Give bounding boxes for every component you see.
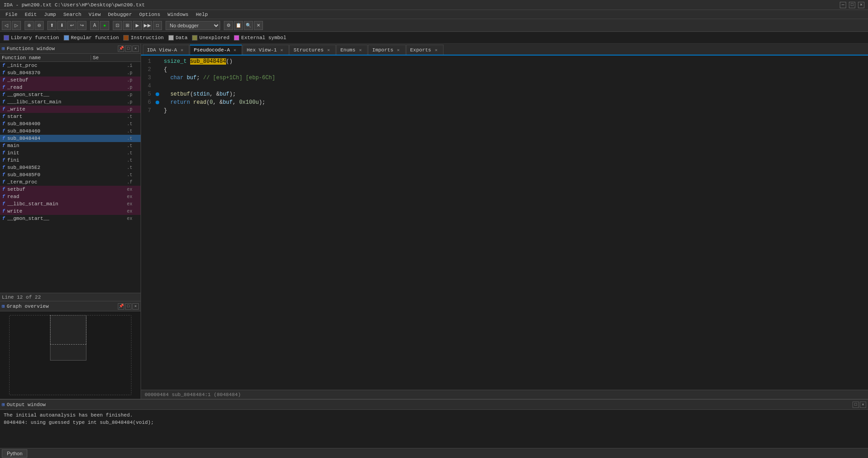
functions-pin-button[interactable]: 📌 [118,46,124,52]
toolbar-btn-16[interactable]: ⚙ [224,21,233,30]
tab-exports[interactable]: Exports✕ [406,45,444,55]
output-controls[interactable]: □ ✕ [853,402,866,408]
python-tab-button[interactable]: Python [2,449,27,458]
tab-close-btn[interactable]: ✕ [232,47,238,53]
function-list-item[interactable]: f sub_8048484 .t [0,135,141,142]
external-color-box [234,35,239,41]
function-list-item[interactable]: f __gmon_start__ .p [0,91,141,98]
toolbar-btn-5[interactable]: ⬆ [47,21,56,30]
left-panel: ⊞ Functions window 📌 □ ✕ Function name S… [0,44,141,399]
tab-imports[interactable]: Imports✕ [368,45,405,55]
tab-close-btn[interactable]: ✕ [357,47,363,53]
tab-close-btn[interactable]: ✕ [179,47,185,53]
function-segment: .p [127,100,141,105]
function-list-item[interactable]: f sub_80485E2 .t [0,164,141,171]
menu-debugger[interactable]: Debugger [104,11,136,18]
legend-external: External symbol [234,35,286,41]
function-list-item[interactable]: f _term_proc .f [0,178,141,186]
function-list-item[interactable]: f _init_proc .i [0,62,141,69]
menu-options[interactable]: Options [136,11,164,18]
toolbar-btn-3[interactable]: ⊕ [25,21,34,30]
minimize-button[interactable]: — [840,2,846,8]
menu-edit[interactable]: Edit [21,11,40,18]
toolbar-btn-10[interactable]: ● [100,21,109,30]
maximize-button[interactable]: □ [849,2,855,8]
toolbar-btn-13[interactable]: ▶ [133,21,142,30]
graph-controls[interactable]: 📌 □ ✕ [118,303,139,310]
functions-float-button[interactable]: □ [125,46,131,52]
function-icon: f [0,142,7,149]
function-list-item[interactable]: f setbuf ex [0,186,141,193]
graph-float-button[interactable]: □ [125,303,131,310]
function-list-item[interactable]: f sub_8048370 .p [0,69,141,76]
function-name: __libc_start_main [7,201,127,207]
right-panel: IDA View-A✕Pseudocode-A✕Hex View-1✕Struc… [141,44,868,399]
functions-close-button[interactable]: ✕ [132,46,139,52]
data-label: Data [176,35,187,41]
output-float-button[interactable]: □ [853,402,859,408]
function-list-item[interactable]: f read ex [0,193,141,200]
function-icon: f [0,113,7,120]
function-name: sub_8048460 [7,128,127,134]
tab-pseudocode-a[interactable]: Pseudocode-A✕ [190,45,242,55]
function-list-item[interactable]: f sub_8048460 .t [0,127,141,135]
tab-label: Hex View-1 [247,47,277,53]
toolbar-btn-17[interactable]: 📋 [234,21,243,30]
close-button[interactable]: ✕ [858,2,864,8]
toolbar-btn-14[interactable]: ▶▶ [143,21,152,30]
function-list-item[interactable]: f ___libc_start_main .p [0,98,141,106]
menu-file[interactable]: File [2,11,21,18]
graph-pin-button[interactable]: 📌 [118,303,124,310]
toolbar-btn-1[interactable]: ◁ [2,21,11,30]
toolbar-btn-11[interactable]: ⊡ [113,21,122,30]
function-list-item[interactable]: f _write .p [0,106,141,113]
tab-close-btn[interactable]: ✕ [395,47,402,53]
function-list-item[interactable]: f sub_8048400 .t [0,120,141,127]
function-list-item[interactable]: f _read .p [0,84,141,91]
function-list-item[interactable]: f init .t [0,149,141,157]
output-close-button[interactable]: ✕ [860,402,866,408]
tab-hex-view-1[interactable]: Hex View-1✕ [242,45,289,55]
breakpoint-dot[interactable] [155,101,160,104]
tab-structures[interactable]: Structures✕ [289,45,336,55]
toolbar-btn-6[interactable]: ⬇ [57,21,66,30]
tab-close-btn[interactable]: ✕ [433,47,439,53]
line-number: 3 [141,75,155,81]
window-controls[interactable]: — □ ✕ [840,2,864,8]
function-list-item[interactable]: f __libc_start_main ex [0,200,141,208]
toolbar-btn-4[interactable]: ⊖ [35,21,44,30]
graph-close-button[interactable]: ✕ [132,303,139,310]
menu-jump[interactable]: Jump [40,11,60,18]
functions-window-controls[interactable]: 📌 □ ✕ [118,46,139,52]
function-list-item[interactable]: f main .t [0,142,141,149]
menu-windows[interactable]: Windows [164,11,192,18]
menu-search[interactable]: Search [60,11,85,18]
toolbar-btn-12[interactable]: ⊞ [123,21,132,30]
title-bar: IDA - pwn200.txt C:\Users\HP\Desktop\pwn… [0,0,868,10]
toolbar-btn-19[interactable]: ✕ [254,21,263,30]
function-list-item[interactable]: f sub_80485F0 .t [0,171,141,178]
function-segment: .t [127,151,141,156]
toolbar-btn-18[interactable]: 🔍 [244,21,253,30]
functions-list[interactable]: f _init_proc .i f sub_8048370 .p f _setb… [0,62,141,293]
function-list-item[interactable]: f fini .t [0,157,141,164]
function-list-item[interactable]: f start .t [0,113,141,120]
breakpoint-dot[interactable] [155,92,160,96]
menu-help[interactable]: Help [192,11,211,18]
toolbar-btn-9[interactable]: A [90,21,99,30]
debugger-dropdown[interactable]: No debugger [166,21,220,30]
function-segment: .p [127,71,141,76]
function-list-item[interactable]: f write ex [0,208,141,215]
tab-close-btn[interactable]: ✕ [325,47,332,53]
tab-close-btn[interactable]: ✕ [278,47,285,53]
toolbar-btn-2[interactable]: ▷ [12,21,21,30]
menu-view[interactable]: View [85,11,104,18]
code-view[interactable]: 1ssize_t sub_8048484()2{3 char buf; // [… [141,56,868,390]
toolbar-btn-15[interactable]: □ [153,21,162,30]
tab-enums[interactable]: Enums✕ [336,45,368,55]
tab-ida-view-a[interactable]: IDA View-A✕ [143,45,189,55]
function-list-item[interactable]: f _setbuf .p [0,76,141,84]
toolbar-btn-7[interactable]: ↩ [67,21,76,30]
function-list-item[interactable]: f __gmon_start__ ex [0,215,141,222]
toolbar-btn-8[interactable]: ↪ [77,21,86,30]
